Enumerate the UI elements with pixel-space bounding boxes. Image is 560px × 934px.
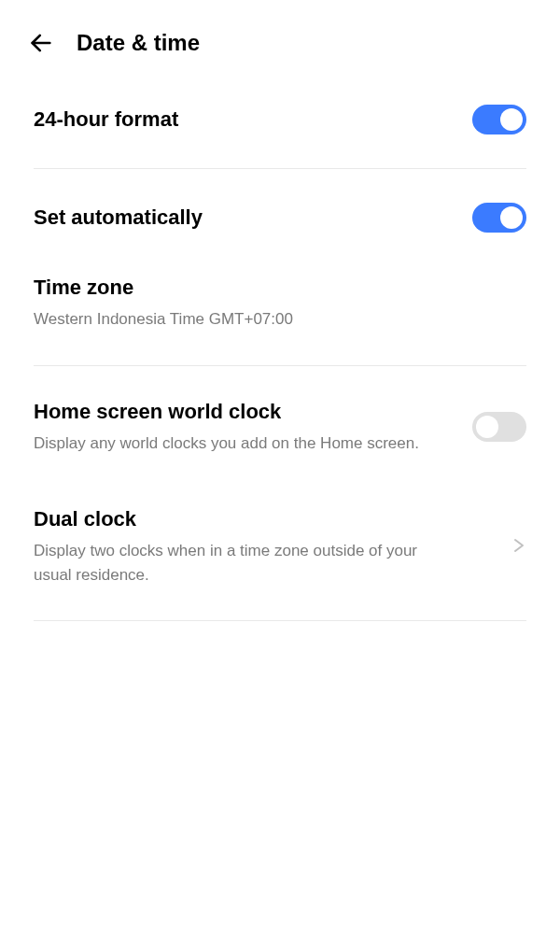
label-24hour: 24-hour format xyxy=(34,107,472,132)
toggle-24hour[interactable] xyxy=(472,105,526,134)
page-title: Date & time xyxy=(77,30,200,56)
row-home-screen-world-clock[interactable]: Home screen world clock Display any worl… xyxy=(34,374,526,482)
row-dual-clock[interactable]: Dual clock Display two clocks when in a … xyxy=(34,481,526,613)
divider xyxy=(34,620,526,621)
label-timezone: Time zone xyxy=(34,276,526,300)
row-timezone[interactable]: Time zone Western Indonesia Time GMT+07:… xyxy=(34,259,526,358)
toggle-knob xyxy=(476,416,498,438)
toggle-knob xyxy=(500,108,523,131)
desc-dual-clock: Display two clocks when in a time zone o… xyxy=(34,539,426,587)
chevron-right-icon xyxy=(511,534,526,560)
row-set-automatically[interactable]: Set automatically xyxy=(34,177,526,259)
divider xyxy=(34,365,526,366)
toggle-set-auto[interactable] xyxy=(472,203,526,233)
label-home-screen-clock: Home screen world clock xyxy=(34,400,472,424)
row-24hour-format[interactable]: 24-hour format xyxy=(34,78,526,161)
divider xyxy=(34,168,526,169)
label-dual-clock: Dual clock xyxy=(34,507,500,531)
toggle-home-screen-clock[interactable] xyxy=(472,412,526,442)
header: Date & time xyxy=(0,0,560,78)
desc-home-screen-clock: Display any world clocks you add on the … xyxy=(34,432,426,456)
value-timezone: Western Indonesia Time GMT+07:00 xyxy=(34,307,426,332)
label-set-auto: Set automatically xyxy=(34,205,472,230)
toggle-knob xyxy=(500,206,523,229)
settings-content: 24-hour format Set automatically Time zo… xyxy=(0,78,560,621)
back-arrow-icon[interactable] xyxy=(28,30,54,56)
